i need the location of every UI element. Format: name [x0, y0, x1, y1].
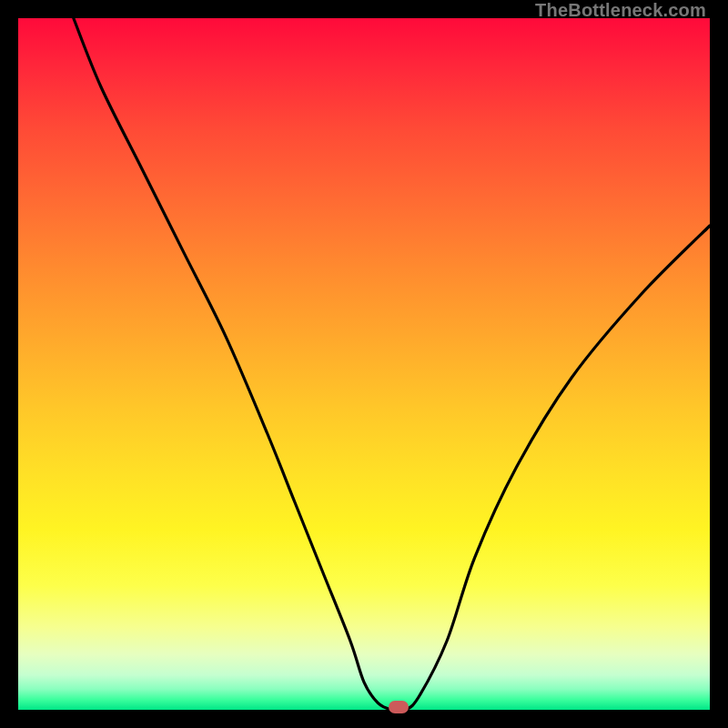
plot-area: [18, 18, 710, 710]
chart-frame: TheBottleneck.com: [0, 0, 728, 728]
optimal-marker: [389, 701, 409, 713]
bottleneck-curve: [74, 18, 710, 711]
curve-svg: [18, 18, 710, 710]
